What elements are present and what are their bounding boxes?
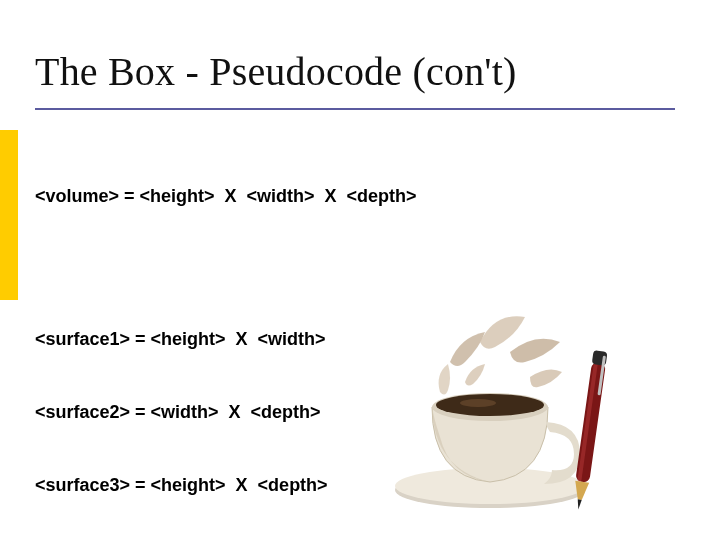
svg-rect-7 [592, 350, 608, 366]
blank-line [35, 256, 583, 278]
slide-content: <volume> = <height> X <width> X <depth> … [35, 135, 583, 540]
slide-title: The Box - Pseudocode (con't) [35, 48, 517, 95]
side-accent-bar [0, 130, 18, 300]
pseudocode-line: <surface1> = <height> X <width> [35, 327, 583, 351]
title-underline [35, 108, 675, 110]
pseudocode-line: <surface3> = <height> X <depth> [35, 473, 583, 497]
pseudocode-line: <surface2> = <width> X <depth> [35, 400, 583, 424]
slide: The Box - Pseudocode (con't) <volume> = … [0, 0, 720, 540]
pseudocode-line: <volume> = <height> X <width> X <depth> [35, 184, 583, 208]
svg-rect-8 [597, 355, 606, 395]
